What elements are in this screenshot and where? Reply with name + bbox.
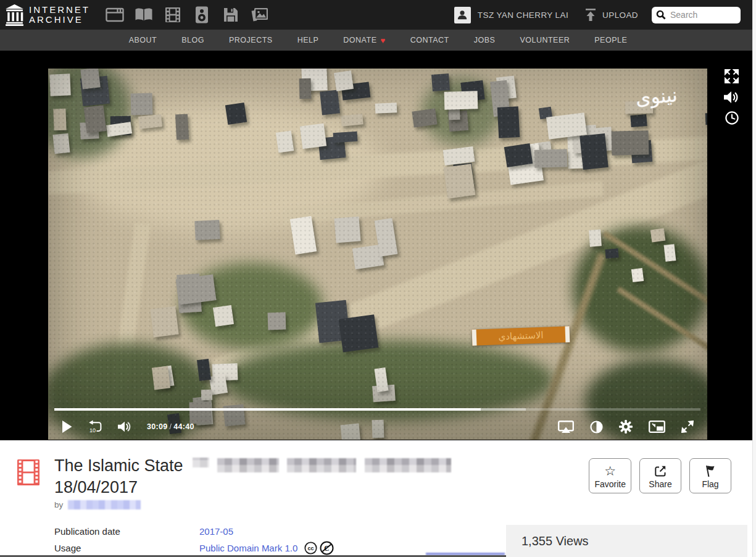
internet-archive-logo[interactable]: INTERNET ARCHIVE bbox=[6, 4, 90, 26]
player-controls-left: 10 30:09/44:40 bbox=[62, 420, 194, 433]
channel-watermark: نينوى bbox=[635, 84, 678, 109]
byline: by bbox=[54, 500, 451, 509]
history-clock-icon[interactable] bbox=[725, 111, 739, 125]
texts-icon[interactable] bbox=[134, 5, 154, 25]
fullscreen-button[interactable] bbox=[681, 421, 694, 433]
search-input[interactable] bbox=[669, 9, 728, 20]
nav-item-donate[interactable]: DONATE♥ bbox=[343, 36, 385, 45]
public-domain-mark-icon[interactable]: C bbox=[320, 541, 334, 555]
volume-button[interactable] bbox=[118, 421, 131, 432]
current-time: 30:09 bbox=[147, 422, 167, 431]
pip-button[interactable] bbox=[649, 421, 665, 433]
duration: 44:40 bbox=[173, 422, 194, 431]
nav-item-blog[interactable]: BLOG bbox=[181, 36, 204, 44]
favorite-button[interactable]: ☆ Favorite bbox=[589, 458, 631, 493]
redacted-uploader-link[interactable] bbox=[68, 500, 141, 509]
player-side-controls bbox=[724, 69, 739, 125]
usage-license-link[interactable]: Public Domain Mark 1.0 cc C bbox=[199, 541, 334, 555]
svg-text:cc: cc bbox=[308, 545, 314, 551]
progress-played bbox=[54, 408, 481, 411]
video-player[interactable]: نينوى الاستشهادي 10 bbox=[48, 69, 707, 440]
person-icon bbox=[457, 9, 468, 20]
player-strip: نينوى الاستشهادي 10 bbox=[0, 51, 756, 440]
nav-item-help[interactable]: HELP bbox=[297, 36, 319, 44]
seek-bar[interactable] bbox=[54, 408, 700, 411]
web-icon[interactable] bbox=[105, 5, 125, 25]
page-scrollbar[interactable] bbox=[752, 0, 756, 557]
media-type-film-icon bbox=[17, 459, 39, 488]
software-icon[interactable] bbox=[221, 5, 241, 25]
audio-icon[interactable] bbox=[192, 5, 212, 25]
metadata: Publication date 2017-05 Usage Public Do… bbox=[54, 526, 334, 557]
nav-item-about[interactable]: ABOUT bbox=[129, 36, 157, 44]
nav-item-volunteer[interactable]: VOLUNTEER bbox=[520, 36, 570, 44]
settings-gear-button[interactable] bbox=[619, 420, 633, 433]
views-counter: 1,355 Views bbox=[506, 525, 747, 557]
redacted-title-text bbox=[193, 458, 209, 467]
search-box[interactable] bbox=[652, 7, 741, 23]
svg-text:10: 10 bbox=[89, 427, 96, 433]
redacted-title-text bbox=[217, 458, 279, 472]
username[interactable]: TSZ YAN CHERRY LAI bbox=[478, 10, 568, 20]
flag-icon bbox=[705, 464, 716, 478]
player-controls-right bbox=[558, 420, 694, 433]
airplay-button[interactable] bbox=[558, 421, 574, 433]
share-button[interactable]: Share bbox=[639, 458, 681, 493]
images-icon[interactable] bbox=[250, 5, 270, 25]
metadata-row-usage: Usage Public Domain Mark 1.0 cc C bbox=[54, 541, 334, 555]
video-vignette bbox=[48, 69, 707, 440]
expand-fullscreen-icon[interactable] bbox=[725, 69, 739, 83]
item-header: The Islamic State 18/04/2017 by bbox=[54, 455, 451, 509]
contrast-button[interactable] bbox=[590, 421, 603, 433]
topbar-right: TSZ YAN CHERRY LAI UPLOAD bbox=[454, 7, 741, 23]
redacted-title-text bbox=[365, 458, 451, 472]
top-navbar: INTERNET ARCHIVE bbox=[0, 0, 756, 30]
nav-item-people[interactable]: PEOPLE bbox=[594, 36, 627, 44]
metadata-row-publication-date: Publication date 2017-05 bbox=[54, 526, 334, 537]
share-icon bbox=[654, 464, 667, 478]
site-nav: ABOUT BLOG PROJECTS HELP DONATE♥ CONTACT… bbox=[0, 30, 756, 51]
flag-button[interactable]: Flag bbox=[689, 458, 731, 493]
heart-icon: ♥ bbox=[381, 36, 386, 45]
media-type-tabs bbox=[105, 5, 270, 25]
user-avatar[interactable] bbox=[454, 7, 471, 23]
nav-item-jobs[interactable]: JOBS bbox=[474, 36, 496, 44]
star-icon: ☆ bbox=[604, 464, 616, 478]
archive-building-icon bbox=[6, 4, 23, 26]
rewind-10-button[interactable]: 10 bbox=[88, 420, 102, 433]
video-caption-banner: الاستشهادي bbox=[472, 326, 570, 345]
item-actions: ☆ Favorite Share Flag bbox=[589, 458, 731, 493]
logo-text: INTERNET ARCHIVE bbox=[29, 5, 90, 25]
redacted-title-text bbox=[287, 458, 356, 472]
search-icon bbox=[656, 10, 666, 20]
item-title-date: 18/04/2017 bbox=[54, 477, 451, 498]
item-title: The Islamic State bbox=[54, 455, 451, 477]
upload-button[interactable]: UPLOAD bbox=[584, 8, 638, 22]
publication-date-link[interactable]: 2017-05 bbox=[199, 526, 233, 537]
play-button[interactable] bbox=[62, 421, 72, 433]
nav-item-contact[interactable]: CONTACT bbox=[410, 36, 449, 44]
upload-icon bbox=[584, 8, 597, 22]
time-display: 30:09/44:40 bbox=[147, 422, 194, 431]
creative-commons-icon[interactable]: cc bbox=[304, 542, 317, 555]
mute-volume-icon[interactable] bbox=[724, 91, 739, 104]
page: INTERNET ARCHIVE bbox=[0, 0, 756, 557]
nav-item-projects[interactable]: PROJECTS bbox=[229, 36, 273, 44]
video-icon[interactable] bbox=[163, 5, 183, 25]
